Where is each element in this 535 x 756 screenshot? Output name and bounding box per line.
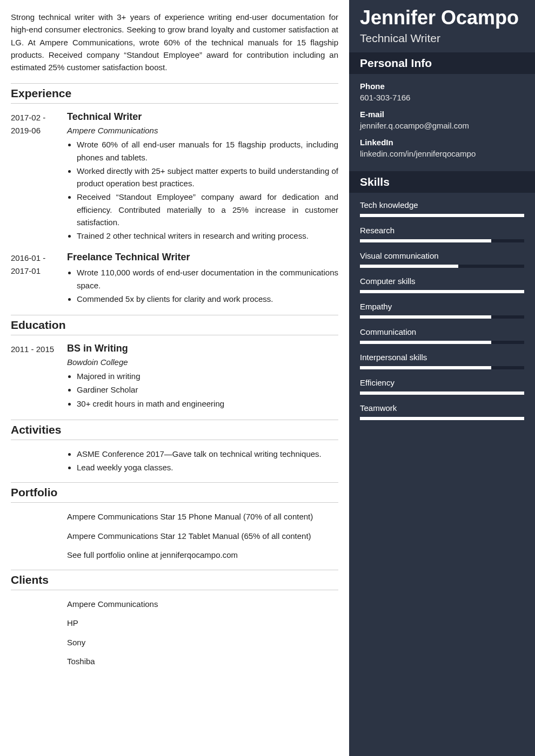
skill-fill bbox=[360, 214, 524, 217]
entry: 2016-01 - 2017-01Freelance Technical Wri… bbox=[11, 252, 338, 306]
info-item: Phone601-303-7166 bbox=[360, 82, 524, 102]
skill-bar bbox=[360, 315, 524, 319]
skill-label: Computer skills bbox=[360, 276, 524, 286]
bullet: Worked directly with 25+ subject matter … bbox=[77, 165, 338, 190]
skill: Tech knowledge bbox=[360, 200, 524, 217]
info-label: E-mail bbox=[360, 110, 524, 119]
skill-bar bbox=[360, 265, 524, 268]
entry: 2011 - 2015BS in WritingBowdoin CollegeM… bbox=[11, 343, 338, 411]
entry-date: 2016-01 - 2017-01 bbox=[11, 252, 67, 306]
sidebar: Jennifer Ocampo Technical Writer Persona… bbox=[349, 0, 535, 756]
entry-bullets: Wrote 60% of all end-user manuals for 15… bbox=[67, 138, 338, 242]
personal-info-block: Phone601-303-7166E-mailjennifer.q.ocampo… bbox=[349, 74, 535, 171]
skill-fill bbox=[360, 392, 524, 395]
skill-label: Communication bbox=[360, 327, 524, 336]
entry-title: Freelance Technical Writer bbox=[67, 252, 338, 263]
skill: Teamwork bbox=[360, 403, 524, 420]
client-line: Ampere Communications bbox=[67, 598, 338, 610]
activities-list: ASME Conference 2017—Gave talk on techni… bbox=[67, 448, 338, 474]
entry-date: 2017-02 - 2019-06 bbox=[11, 111, 67, 243]
skill-label: Research bbox=[360, 226, 524, 235]
skill-fill bbox=[360, 239, 491, 242]
entry: 2017-02 - 2019-06Technical WriterAmpere … bbox=[11, 111, 338, 243]
skill-label: Teamwork bbox=[360, 403, 524, 413]
client-line: Sony bbox=[67, 636, 338, 649]
entry-body: Freelance Technical WriterWrote 110,000 … bbox=[67, 252, 338, 306]
skill-fill bbox=[360, 265, 458, 268]
skill: Computer skills bbox=[360, 276, 524, 293]
skill: Visual communication bbox=[360, 251, 524, 268]
bullet: 30+ credit hours in math and engineering bbox=[77, 397, 338, 410]
info-label: Phone bbox=[360, 82, 524, 91]
skill-label: Visual communication bbox=[360, 251, 524, 260]
info-value: 601-303-7166 bbox=[360, 93, 524, 102]
portfolio-line: Ampere Communications Star 12 Tablet Man… bbox=[67, 530, 338, 542]
skill: Empathy bbox=[360, 302, 524, 319]
bullet: Trained 2 other technical writers in res… bbox=[77, 230, 338, 242]
skill-bar bbox=[360, 341, 524, 344]
skill-bar bbox=[360, 417, 524, 420]
skill-bar bbox=[360, 392, 524, 395]
sidebar-heading-personal-info: Personal Info bbox=[349, 52, 535, 74]
entry-subtitle: Ampere Communications bbox=[67, 126, 338, 135]
info-item: E-mailjennifer.q.ocampo@gmail.com bbox=[360, 110, 524, 130]
skill-label: Empathy bbox=[360, 302, 524, 311]
client-line: Toshiba bbox=[67, 655, 338, 667]
skill: Interpersonal skills bbox=[360, 353, 524, 369]
skill-label: Efficiency bbox=[360, 378, 524, 387]
bullet: Received “Standout Employee” company awa… bbox=[77, 191, 338, 228]
skill-label: Interpersonal skills bbox=[360, 353, 524, 362]
skill-fill bbox=[360, 315, 491, 319]
bullet: Wrote 60% of all end-user manuals for 15… bbox=[77, 138, 338, 164]
section-heading-clients: Clients bbox=[11, 570, 338, 590]
skill-fill bbox=[360, 366, 491, 369]
portfolio-line: Ampere Communications Star 15 Phone Manu… bbox=[67, 510, 338, 523]
sidebar-heading-skills: Skills bbox=[349, 171, 535, 193]
entry-title: Technical Writer bbox=[67, 111, 338, 123]
portfolio-list: Ampere Communications Star 15 Phone Manu… bbox=[67, 510, 338, 561]
section-heading-education: Education bbox=[11, 315, 338, 335]
info-value: linkedin.com/in/jenniferqocampo bbox=[360, 149, 524, 158]
entry-title: BS in Writing bbox=[67, 343, 338, 354]
skills-block: Tech knowledgeResearchVisual communicati… bbox=[349, 193, 535, 434]
entry-body: BS in WritingBowdoin CollegeMajored in w… bbox=[67, 343, 338, 411]
skill-bar bbox=[360, 239, 524, 242]
entry-subtitle: Bowdoin College bbox=[67, 357, 338, 367]
skill: Communication bbox=[360, 327, 524, 344]
section-heading-activities: Activities bbox=[11, 420, 338, 440]
person-title: Technical Writer bbox=[349, 32, 535, 52]
skill-label: Tech knowledge bbox=[360, 200, 524, 210]
bullet: Majored in writing bbox=[77, 370, 338, 382]
skill: Efficiency bbox=[360, 378, 524, 395]
person-name: Jennifer Ocampo bbox=[349, 0, 535, 32]
entry-body: Technical WriterAmpere CommunicationsWro… bbox=[67, 111, 338, 243]
entry-date: 2011 - 2015 bbox=[11, 343, 67, 411]
skill-bar bbox=[360, 290, 524, 293]
main-column: Strong technical writer with 3+ years of… bbox=[0, 0, 349, 756]
info-value: jennifer.q.ocampo@gmail.com bbox=[360, 121, 524, 130]
skill-bar bbox=[360, 214, 524, 217]
skill-fill bbox=[360, 341, 491, 344]
info-item: LinkedInlinkedin.com/in/jenniferqocampo bbox=[360, 138, 524, 158]
bullet: Gardiner Scholar bbox=[77, 383, 338, 396]
bullet: ASME Conference 2017—Gave talk on techni… bbox=[77, 448, 338, 460]
skill: Research bbox=[360, 226, 524, 242]
skill-fill bbox=[360, 417, 524, 420]
skill-bar bbox=[360, 366, 524, 369]
bullet: Lead weekly yoga classes. bbox=[77, 461, 338, 474]
client-line: HP bbox=[67, 617, 338, 629]
entry-bullets: Wrote 110,000 words of end-user document… bbox=[67, 266, 338, 305]
entry-bullets: Majored in writingGardiner Scholar30+ cr… bbox=[67, 370, 338, 410]
info-label: LinkedIn bbox=[360, 138, 524, 147]
summary-text: Strong technical writer with 3+ years of… bbox=[11, 11, 338, 73]
portfolio-line: See full portfolio online at jenniferqoc… bbox=[67, 549, 338, 561]
section-heading-portfolio: Portfolio bbox=[11, 482, 338, 503]
clients-list: Ampere CommunicationsHPSonyToshiba bbox=[67, 598, 338, 667]
section-heading-experience: Experience bbox=[11, 83, 338, 104]
bullet: Wrote 110,000 words of end-user document… bbox=[77, 266, 338, 292]
skill-fill bbox=[360, 290, 524, 293]
bullet: Commended 5x by clients for clarity and … bbox=[77, 293, 338, 305]
